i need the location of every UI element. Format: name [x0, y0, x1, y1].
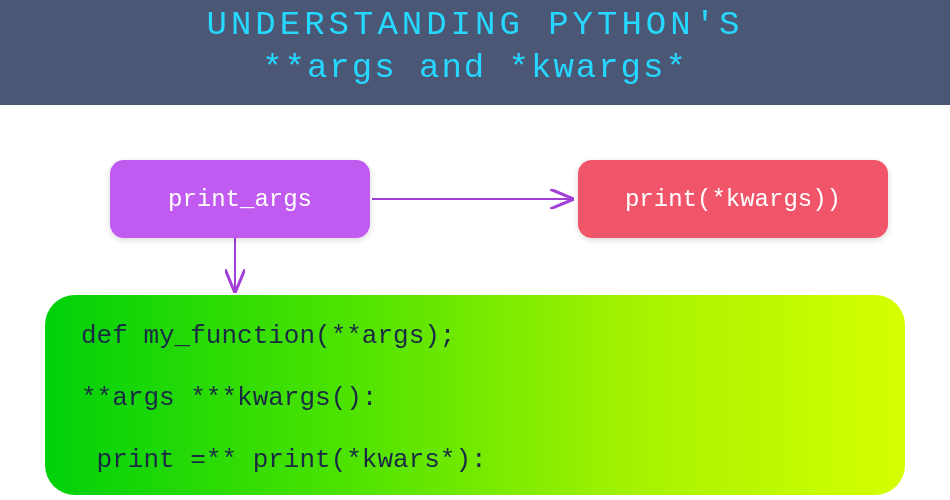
banner-title-line1: UNDERSTANDING PYTHON'S: [0, 4, 950, 47]
node-print-kwargs: print(*kwargs)): [578, 160, 888, 238]
node-print-args: print_args: [110, 160, 370, 238]
diagram-stage: print_args print(*kwargs)) def my_functi…: [0, 105, 950, 500]
title-banner: UNDERSTANDING PYTHON'S **args and *kwarg…: [0, 0, 950, 105]
banner-title-line2: **args and *kwargs*: [0, 47, 950, 90]
code-line-1: def my_function(**args);: [81, 321, 869, 351]
code-line-3: print =** print(*kwars*):: [81, 445, 869, 475]
code-line-2: **args ***kwargs():: [81, 383, 869, 413]
node-print-kwargs-label: print(*kwargs)): [625, 186, 841, 213]
node-print-args-label: print_args: [168, 186, 312, 213]
code-block: def my_function(**args); **args ***kwarg…: [45, 295, 905, 495]
